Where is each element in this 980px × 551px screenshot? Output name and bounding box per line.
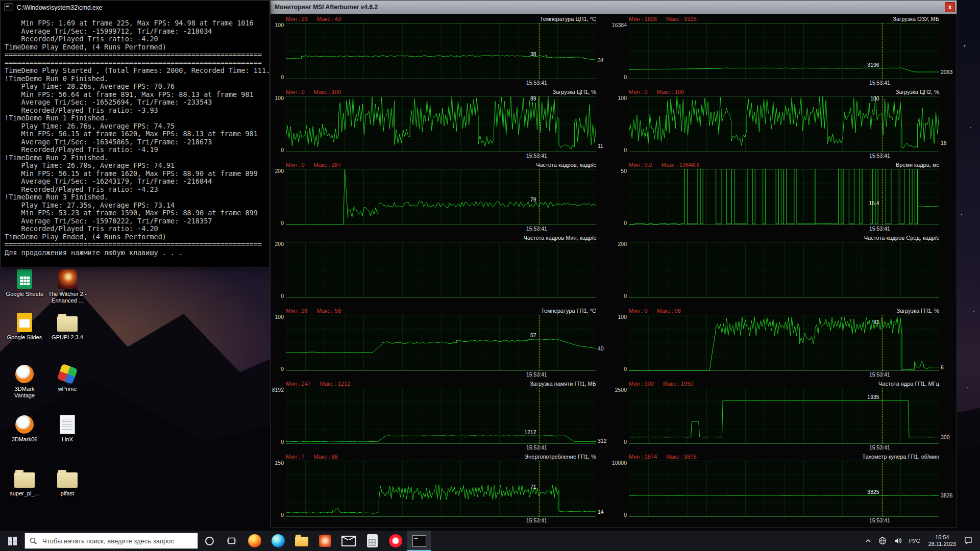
graph-trace xyxy=(629,388,939,444)
axis-max-label: 2500 xyxy=(615,387,627,393)
last-value: 3826 xyxy=(941,492,952,498)
cursor-value: 3825 xyxy=(867,489,879,495)
desktop-icon-pifast[interactable]: pifast xyxy=(47,468,88,497)
desktop-icon-3dmark-vantage[interactable]: 3DMark Vantage xyxy=(4,364,45,399)
chevron-up-icon xyxy=(865,538,871,544)
desktop-icon-wprime[interactable]: wPrime xyxy=(47,364,88,392)
network-globe-icon xyxy=(878,537,887,545)
axis-min-label: 0 xyxy=(281,512,284,518)
desktop-icon-label: super_pi_... xyxy=(4,490,45,497)
time-cursor xyxy=(882,461,883,517)
axis-min-label: 0 xyxy=(281,366,284,372)
axis-max-label: 100 xyxy=(618,95,627,101)
search-box[interactable] xyxy=(24,533,198,549)
desktop-icon-gpupi[interactable]: GPUPI 2.3.4 xyxy=(47,312,88,341)
cmd-titlebar[interactable]: C:\Windows\system32\cmd.exe xyxy=(1,1,270,14)
last-value: 14 xyxy=(598,509,604,515)
volume-button[interactable] xyxy=(890,531,905,551)
graph-title: Частота кадров Мин, кадр/с xyxy=(524,235,596,241)
linx-icon xyxy=(57,414,78,435)
graph-trace xyxy=(629,169,939,225)
taskbar-app-edge[interactable] xyxy=(266,531,290,551)
tray-date: 28.11.2023 xyxy=(928,541,956,547)
monitor-panel: Мин : 0Макс : 100Загрузка ЦП1, %10008911… xyxy=(271,88,614,160)
timestamp: 15:53:41 xyxy=(869,444,890,450)
taskbar-app-photos[interactable] xyxy=(313,531,337,551)
desktop-icon-google-sheets[interactable]: Google Sheets xyxy=(4,269,45,297)
graph-title: Частота кадров, кадр/с xyxy=(536,162,596,168)
taskbar: РУС 15:54 28.11.2023 xyxy=(0,531,980,551)
timestamp: 15:53:41 xyxy=(526,517,547,523)
graph-plot xyxy=(286,242,596,298)
3dmark06-icon xyxy=(14,414,35,435)
monitor-panel: Мин : 300Макс : 1950Частота ядра ГП1, МГ… xyxy=(614,380,957,452)
last-value: 6 xyxy=(941,364,944,370)
afterburner-titlebar[interactable]: Мониторинг MSI Afterburner v4.6.2 x xyxy=(271,1,957,14)
graph-plot: 3825 xyxy=(629,461,939,517)
taskbar-app-cmd[interactable] xyxy=(407,531,431,551)
graph-title: Температура ЦП1, °C xyxy=(540,16,596,22)
axis-max-label: 100 xyxy=(275,95,284,101)
clock[interactable]: 15:54 28.11.2023 xyxy=(924,531,961,551)
taskbar-app-file-explorer[interactable] xyxy=(290,531,313,551)
cursor-value: 71 xyxy=(530,484,536,490)
timestamp: 15:53:41 xyxy=(869,517,890,523)
timestamp: 15:53:41 xyxy=(869,226,890,232)
action-center-button[interactable] xyxy=(961,531,976,551)
time-cursor xyxy=(539,169,540,225)
afterburner-window: Мониторинг MSI Afterburner v4.6.2 x Мин … xyxy=(270,0,957,528)
cortana-button[interactable] xyxy=(198,531,220,551)
axis-max-label: 8192 xyxy=(272,387,284,393)
time-cursor xyxy=(539,388,540,444)
timestamp: 15:53:41 xyxy=(526,153,547,159)
cursor-value: 1935 xyxy=(867,394,879,400)
monitor-panel: Мин : 0Макс : 100Загрузка ЦП2, %10001001… xyxy=(614,88,957,160)
desktop-icon-google-slides[interactable]: Google Slides xyxy=(4,312,45,341)
desktop-icon-label: LinX xyxy=(47,436,88,443)
start-button[interactable] xyxy=(0,531,24,551)
desktop-icon-superpi[interactable]: super_pi_... xyxy=(4,468,45,497)
timestamp: 15:53:41 xyxy=(526,80,547,86)
graph-title: Время кадра, мс xyxy=(896,162,939,168)
timestamp: 15:53:41 xyxy=(869,80,890,86)
desktop-icon-witcher2[interactable]: The Witcher 2 - Enhanced ... xyxy=(47,269,88,304)
taskbar-app-mail[interactable] xyxy=(337,531,360,551)
monitor-panel: Мин : 29Макс : 43Температура ЦП1, °C1000… xyxy=(271,15,614,87)
graph-plot: 89 xyxy=(286,96,596,152)
gpupi-icon xyxy=(57,312,78,333)
network-button[interactable] xyxy=(875,531,890,551)
graph-trace xyxy=(629,461,939,517)
task-view-button[interactable] xyxy=(220,531,243,551)
desktop-icon-label: 3DMark Vantage xyxy=(4,386,45,399)
graph-title: Загрузка памяти ГП1, МБ xyxy=(530,381,596,387)
taskbar-app-firefox[interactable] xyxy=(243,531,266,551)
ab-column-right: Мин : 1826Макс : 3325Загрузка ОЗУ, МБ163… xyxy=(614,15,957,525)
time-cursor xyxy=(539,461,540,517)
cmd-output: Min FPS: 1.69 at frame 225, Max FPS: 94.… xyxy=(1,14,270,267)
3dmark-vantage-icon xyxy=(14,364,35,384)
speaker-icon xyxy=(894,537,902,545)
tray-chevron-button[interactable] xyxy=(862,531,875,551)
google-sheets-icon xyxy=(14,269,35,289)
windows-logo-icon xyxy=(8,537,17,545)
graph-plot: 57 xyxy=(286,315,596,371)
search-input[interactable] xyxy=(41,537,193,545)
monitor-panel: Мин : 247Макс : 1212Загрузка памяти ГП1,… xyxy=(271,380,614,452)
language-indicator[interactable]: РУС xyxy=(905,531,924,551)
taskbar-app-calculator[interactable] xyxy=(360,531,384,551)
graph-plot xyxy=(629,242,939,298)
axis-min-label: 0 xyxy=(624,220,627,226)
graph-plot: 3196 xyxy=(629,23,939,79)
graph-title: Загрузка ЦП1, % xyxy=(552,89,596,95)
search-icon xyxy=(30,537,37,545)
time-cursor xyxy=(882,96,883,152)
last-value: 2063 xyxy=(941,69,952,75)
cmd-icon xyxy=(412,535,426,547)
desktop-icon-linx[interactable]: LinX xyxy=(47,414,88,443)
graph-minmax: Мин : 0Макс : 287 xyxy=(286,162,341,168)
taskbar-app-opera[interactable] xyxy=(384,531,407,551)
axis-min-label: 0 xyxy=(624,366,627,372)
close-icon[interactable]: x xyxy=(945,2,955,12)
desktop-icon-3dmark06[interactable]: 3DMark06 xyxy=(4,414,45,443)
graph-title: Загрузка ОЗУ, МБ xyxy=(893,16,939,22)
